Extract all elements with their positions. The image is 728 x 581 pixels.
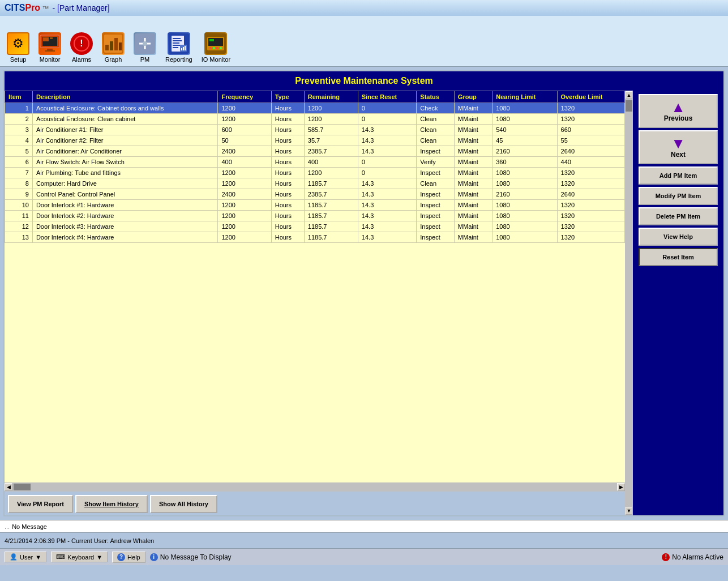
pm-window: Preventive Maintenance System Item Descr… — [3, 70, 725, 516]
cell-frequency: 1200 — [218, 178, 271, 189]
reset-item-button[interactable]: Reset Item — [639, 248, 718, 266]
toolbar-item-reporting[interactable]: Reporting — [162, 31, 196, 64]
cell-description: Air Conditioner #2: Filter — [32, 135, 218, 146]
cell-remaining: 2385.7 — [304, 189, 358, 200]
next-button[interactable]: ▼ Next — [639, 130, 718, 164]
setup-icon: ⚙ — [7, 32, 29, 55]
scroll-arrow-up[interactable]: ▲ — [626, 91, 632, 99]
table-row[interactable]: 13 Door Interlock #4: Hardware 1200 Hour… — [5, 232, 625, 243]
cell-group: MMaint — [454, 125, 492, 135]
svg-rect-27 — [181, 48, 182, 50]
col-since-reset: Since Reset — [358, 91, 416, 103]
table-row[interactable]: 12 Door Interlock #3: Hardware 1200 Hour… — [5, 221, 625, 232]
toolbar-item-setup[interactable]: ⚙ Setup — [3, 31, 33, 64]
svg-rect-13 — [114, 38, 118, 50]
table-row[interactable]: 10 Door Interlock #1: Hardware 1200 Hour… — [5, 200, 625, 211]
cell-item: 8 — [5, 178, 33, 189]
cell-frequency: 2400 — [218, 189, 271, 200]
cell-remaining: 1185.7 — [304, 221, 358, 232]
cell-status: Inspect — [417, 232, 455, 243]
cell-type: Hours — [271, 125, 304, 135]
toolbar-item-alarms[interactable]: ! Alarms — [67, 31, 96, 64]
svg-rect-4 — [50, 37, 53, 39]
logo-cits: CITS — [5, 3, 25, 12]
toolbar-item-graph[interactable]: Graph — [99, 31, 128, 64]
table-row[interactable]: 2 Acoustical Enclosure: Clean cabinet 12… — [5, 114, 625, 125]
cell-remaining: 585.7 — [304, 125, 358, 135]
logo-pro: Pro — [25, 3, 40, 12]
cell-item: 13 — [5, 232, 33, 243]
no-alarms-display: ! No Alarms Active — [662, 553, 723, 561]
scroll-arrow-down[interactable]: ▼ — [626, 507, 632, 515]
cell-since-reset: 0 — [358, 114, 416, 125]
scroll-arrow-left[interactable]: ◀ — [5, 483, 12, 491]
cell-group: MMaint — [454, 168, 492, 178]
cell-description: Acoustical Enclosure: Cabinet doors and … — [32, 103, 218, 114]
scroll-thumb-v[interactable] — [626, 100, 632, 112]
cell-nearing-limit: 1080 — [493, 168, 557, 178]
table-row[interactable]: 4 Air Conditioner #2: Filter 50 Hours 35… — [5, 135, 625, 146]
svg-rect-12 — [110, 41, 113, 50]
col-description: Description — [32, 91, 218, 103]
cell-nearing-limit: 1080 — [493, 221, 557, 232]
add-pm-item-button[interactable]: Add PM Item — [639, 166, 718, 185]
table-row[interactable]: 9 Control Panel: Control Panel 2400 Hour… — [5, 189, 625, 200]
delete-pm-item-button[interactable]: Delete PM Item — [639, 207, 718, 225]
previous-nav-block: ▲ Previous — [639, 94, 718, 128]
toolbar-item-monitor[interactable]: Monitor — [35, 31, 65, 64]
previous-button[interactable]: ▲ Previous — [639, 94, 718, 128]
next-label: Next — [642, 151, 714, 159]
table-row[interactable]: 8 Computer: Hard Drive 1200 Hours 1185.7… — [5, 178, 625, 189]
toolbar-item-pm[interactable]: PM — [130, 31, 160, 64]
cell-type: Hours — [271, 103, 304, 114]
cell-group: MMaint — [454, 232, 492, 243]
help-button[interactable]: ? Help — [112, 552, 145, 563]
table-row[interactable]: 3 Air Conditioner #1: Filter 600 Hours 5… — [5, 125, 625, 135]
pm-table: Item Description Frequency Type Remainin… — [5, 91, 625, 243]
table-row[interactable]: 7 Air Plumbing: Tube and fittings 1200 H… — [5, 168, 625, 178]
scroll-arrow-right[interactable]: ▶ — [617, 483, 625, 491]
cell-item: 9 — [5, 189, 33, 200]
cell-remaining: 1200 — [304, 103, 358, 114]
table-scroll-h[interactable]: ◀ ▶ — [5, 482, 625, 492]
scroll-thumb-h[interactable] — [14, 484, 31, 490]
cell-nearing-limit: 1080 — [493, 178, 557, 189]
table-row[interactable]: 5 Air Conditioner: Air Conditioner 2400 … — [5, 146, 625, 157]
show-all-history-button[interactable]: Show All History — [150, 495, 217, 513]
table-row[interactable]: 11 Door Interlock #2: Hardware 1200 Hour… — [5, 211, 625, 221]
pm-title: Preventive Maintenance System — [5, 71, 723, 91]
toolbar-item-iomonitor[interactable]: IO Monitor — [198, 31, 234, 64]
modify-pm-item-button[interactable]: Modify PM Item — [639, 187, 718, 205]
svg-rect-11 — [105, 45, 109, 50]
vertical-scrollbar[interactable]: ▲ ▼ — [625, 91, 633, 515]
cell-description: Acoustical Enclosure: Clean cabinet — [32, 114, 218, 125]
keyboard-button[interactable]: ⌨ Keyboard ▼ — [51, 552, 108, 562]
cell-overdue-limit: 1320 — [557, 168, 624, 178]
cell-nearing-limit: 2160 — [493, 189, 557, 200]
cell-nearing-limit: 360 — [493, 157, 557, 168]
view-pm-report-button[interactable]: View PM Report — [8, 495, 73, 513]
title-bar: CITSPro ™ - [Part Manager] — [0, 0, 728, 16]
table-row[interactable]: 6 Air Flow Switch: Air Flow Switch 400 H… — [5, 157, 625, 168]
toolbar: ⚙ Setup Monitor ! Alarms Graph PM Report… — [0, 16, 728, 67]
user-button[interactable]: 👤 User ▼ — [5, 552, 46, 562]
info-icon: i — [150, 553, 158, 561]
view-help-button[interactable]: View Help — [639, 228, 718, 246]
cell-since-reset: 14.3 — [358, 221, 416, 232]
cell-overdue-limit: 1320 — [557, 178, 624, 189]
status-bar: ... No Message — [0, 520, 728, 532]
table-row[interactable]: 1 Acoustical Enclosure: Cabinet doors an… — [5, 103, 625, 114]
cell-status: Inspect — [417, 146, 455, 157]
cell-since-reset: 0 — [358, 157, 416, 168]
taskbar-left: 👤 User ▼ ⌨ Keyboard ▼ ? Help i No Messag… — [5, 552, 232, 563]
graph-label: Graph — [105, 56, 122, 63]
cell-frequency: 50 — [218, 135, 271, 146]
cell-nearing-limit: 2160 — [493, 146, 557, 157]
pm-table-wrapper[interactable]: Item Description Frequency Type Remainin… — [5, 91, 625, 482]
cell-since-reset: 0 — [358, 168, 416, 178]
cell-type: Hours — [271, 168, 304, 178]
svg-rect-29 — [185, 46, 186, 50]
show-item-history-button[interactable]: Show Item History — [75, 495, 148, 513]
cell-item: 12 — [5, 221, 33, 232]
cell-since-reset: 14.3 — [358, 135, 416, 146]
